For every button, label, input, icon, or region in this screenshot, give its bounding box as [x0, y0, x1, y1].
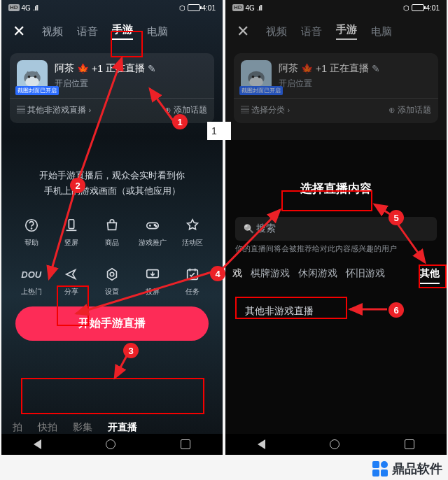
clock: 4:01 [202, 4, 216, 12]
tab-game[interactable]: 手游 [112, 23, 133, 40]
cat-retro[interactable]: 怀旧游戏 [346, 267, 385, 284]
settings-button[interactable]: 设置 [93, 266, 131, 297]
category-chip[interactable]: ▤ 其他非游戏直播 › [17, 104, 91, 116]
nav-back-icon[interactable] [34, 439, 41, 449]
search-hint: 你的直播间将会被推荐给对此内容感兴趣的用户 [235, 243, 437, 254]
signal-icon [33, 3, 38, 12]
tab-video[interactable]: 视频 [42, 25, 63, 38]
cast-button[interactable]: 投屏 [134, 266, 172, 297]
search-input[interactable]: 搜索 [235, 217, 437, 241]
battery-icon [188, 4, 200, 11]
start-stream-button[interactable]: 开始手游直播 [15, 306, 209, 341]
hd-badge: HD [8, 4, 20, 11]
watermark: 鼎品软件 [372, 460, 442, 477]
status-bar-r: HD 4G ⬡ 4:01 [225, 0, 447, 15]
plus-one: +1 [92, 63, 103, 74]
overlay-title: 选择直播内容 [225, 181, 447, 197]
cat-edge[interactable]: 戏 [232, 267, 242, 284]
shop-button[interactable]: 商品 [93, 217, 131, 248]
close-icon[interactable]: ✕ [237, 22, 249, 41]
activity-button[interactable]: 活动区 [174, 217, 211, 248]
category-tabs: 戏 棋牌游戏 休闲游戏 怀旧游戏 其他 [225, 267, 447, 284]
open-location[interactable]: 开启位置 [55, 78, 156, 90]
right-screen: HD 4G ⬡ 4:01 ✕ 视频 语音 手游 电脑 截图封面已开启 阿茶 [225, 0, 447, 455]
top-tabs: ✕ 视频 语音 手游 电脑 [1, 15, 223, 48]
edit-icon[interactable]: ✎ [148, 63, 156, 74]
svg-point-2 [28, 76, 31, 78]
other-nongame-chip[interactable]: 其他非游戏直播 [235, 299, 323, 323]
left-screen: HD 4G ⬡ 4:01 ✕ 视频 语音 手游 电脑 截图封面已开启 阿茶 [1, 0, 223, 455]
add-topic[interactable]: 添加话题 [164, 104, 207, 116]
bt-fast[interactable]: 快拍 [38, 421, 57, 434]
tab-pc[interactable]: 电脑 [147, 25, 168, 38]
nav-recent-icon[interactable] [405, 439, 414, 449]
svg-point-16 [252, 76, 255, 78]
nav-home-icon[interactable] [330, 439, 340, 449]
share-button[interactable]: 分享 [52, 266, 90, 297]
orientation-button[interactable]: 竖屏 [52, 217, 90, 248]
svg-point-3 [34, 76, 37, 78]
tab-voice[interactable]: 语音 [77, 25, 98, 38]
close-icon[interactable]: ✕ [13, 22, 25, 41]
watermark-text: 鼎品软件 [392, 460, 442, 477]
avatar-badge: 截图封面已开启 [15, 86, 59, 95]
nav-home-icon[interactable] [106, 439, 115, 449]
avatar-wrap[interactable]: 截图封面已开启 [17, 60, 48, 91]
svg-marker-10 [108, 269, 117, 281]
android-navbar-r [225, 434, 447, 455]
category-chip-r[interactable]: ▤ 选择分类 › [241, 104, 290, 116]
game-promo-button[interactable]: 游戏推广 [134, 217, 172, 248]
icon-row-1: 帮助 竖屏 商品 游戏推广 活动区 [1, 217, 223, 248]
leaf-icon: 🍁 [77, 63, 89, 74]
cat-casual[interactable]: 休闲游戏 [298, 267, 337, 284]
wifi-icon: ⬡ [179, 4, 186, 12]
task-button[interactable]: 任务 [174, 266, 211, 297]
nav-recent-icon[interactable] [181, 439, 190, 449]
streamer-name: 阿茶 [55, 62, 74, 75]
svg-point-17 [258, 76, 261, 78]
svg-point-5 [31, 228, 31, 229]
svg-point-11 [110, 272, 114, 276]
svg-point-9 [155, 226, 157, 227]
android-navbar [1, 434, 223, 455]
stream-card: 截图封面已开启 阿茶 🍁 +1 正在直播 ✎ 开启位置 ▤ 其他非游戏直播 › … [10, 53, 214, 123]
help-button[interactable]: 帮助 [13, 217, 50, 248]
bt-shoot[interactable]: 拍 [13, 421, 22, 434]
top-tabs-r: ✕ 视频 语音 手游 电脑 [225, 15, 447, 48]
description: 开始手游直播后，观众会实时看到你 手机上的游戏画面（或其他应用） [20, 168, 204, 199]
stream-title-row[interactable]: 阿茶 🍁 +1 正在直播 ✎ [55, 62, 156, 75]
bt-live[interactable]: 开直播 [108, 421, 137, 434]
live-suffix: 正在直播 [106, 62, 145, 75]
bt-movie[interactable]: 影集 [73, 421, 92, 434]
nav-back-icon[interactable] [258, 439, 265, 449]
svg-rect-6 [69, 220, 74, 229]
icon-row-2: DOU上热门 分享 设置 投屏 任务 [1, 266, 223, 297]
signal-icon [257, 3, 262, 12]
status-bar: HD 4G ⬡ 4:01 [1, 0, 223, 15]
net-label: 4G [22, 4, 31, 12]
cat-other[interactable]: 其他 [420, 267, 440, 284]
stream-card-r: 截图封面已开启 阿茶🍁+1正在直播✎ 开启位置 ▤ 选择分类 › 添加话题 [234, 53, 438, 123]
watermark-icon [372, 461, 388, 477]
battery-icon [412, 4, 424, 11]
bottom-tabs: 拍 快拍 影集 开直播 [1, 421, 223, 434]
cat-board[interactable]: 棋牌游戏 [251, 267, 290, 284]
dou-button[interactable]: DOU上热门 [13, 266, 50, 297]
